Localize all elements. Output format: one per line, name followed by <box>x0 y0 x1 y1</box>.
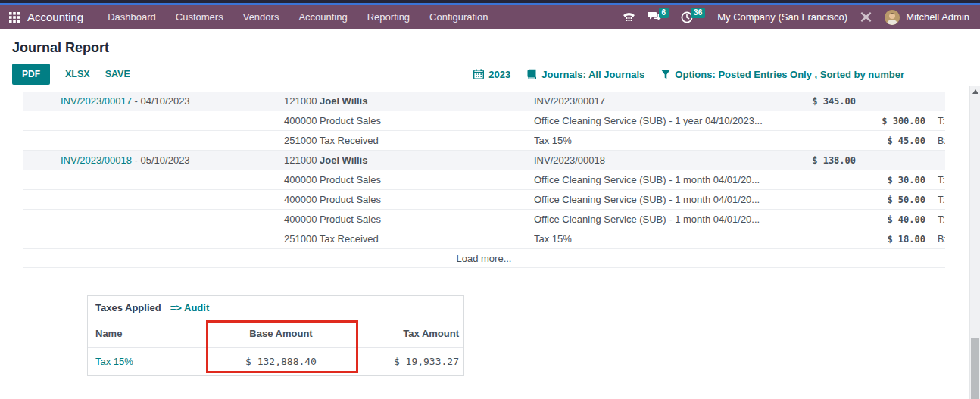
account-code: 400000 <box>284 115 320 126</box>
journal-line-row[interactable]: 400000 Product Sales Office Cleaning Ser… <box>23 210 945 229</box>
entry-ref-cell: INV/2023/00017 - 04/10/2023 <box>23 95 284 107</box>
taxes-applied-title: Taxes Applied <box>95 302 161 313</box>
line-label: Office Cleaning Service (SUB) - 1 month … <box>534 214 765 225</box>
account-code: 251000 <box>284 233 320 245</box>
audit-link[interactable]: => Audit <box>170 302 210 313</box>
tax-name-link[interactable]: Tax 15% <box>88 356 217 367</box>
tax-grid-cell: B: <box>928 234 945 245</box>
journal-entry-row[interactable]: INV/2023/00018 - 05/10/2023 121000 Joel … <box>23 151 945 170</box>
journal-line-row[interactable]: 251000 Tax Received Tax 15% $ 45.00 B: <box>23 131 945 151</box>
user-menu[interactable]: Mitchell Admin <box>885 10 969 25</box>
account-cell: 121000 Joel Willis <box>284 95 534 107</box>
tax-table-row: Tax 15% $ 132,888.40 $ 19,933.27 <box>88 348 463 375</box>
period-filter-label: 2023 <box>488 69 510 80</box>
journal-line-row[interactable]: 400000 Product Sales Office Cleaning Ser… <box>23 190 945 210</box>
line-label: Office Cleaning Service (SUB) - 1 month … <box>534 194 765 205</box>
load-more-button[interactable]: Load more... <box>23 249 945 268</box>
account-name: Tax Received <box>320 135 379 146</box>
tax-base-amount: $ 132,888.40 <box>217 356 345 367</box>
account-name: Joel Willis <box>320 95 367 107</box>
account-cell: 400000 Product Sales <box>284 115 534 126</box>
menu-reporting[interactable]: Reporting <box>367 11 410 23</box>
period-filter[interactable]: 2023 <box>473 69 510 80</box>
journal-line-row[interactable]: 400000 Product Sales Office Cleaning Ser… <box>23 170 945 190</box>
account-name: Joel Willis <box>320 154 367 166</box>
account-cell: 400000 Product Sales <box>284 214 534 225</box>
menu-vendors[interactable]: Vendors <box>243 11 279 23</box>
scrollbar-up-arrow[interactable] <box>972 89 978 94</box>
tax-grid-cell: T: <box>928 195 945 205</box>
pdf-button[interactable]: PDF <box>12 64 50 85</box>
credit-amount: $ 40.00 <box>856 214 928 225</box>
messages-count-badge: 6 <box>659 8 669 18</box>
account-code: 121000 <box>284 95 320 107</box>
apps-grid-icon[interactable] <box>9 12 20 23</box>
tax-grid-cell: T: <box>928 175 945 185</box>
journal-line-row[interactable]: 251000 Tax Received Tax 15% $ 18.00 B: <box>23 229 945 249</box>
xlsx-button[interactable]: XLSX <box>65 69 90 79</box>
account-name: Product Sales <box>320 214 381 225</box>
journal-report-table: INV/2023/00017 - 04/10/2023 121000 Joel … <box>23 92 945 268</box>
entry-date: - 05/10/2023 <box>132 154 190 166</box>
save-button[interactable]: SAVE <box>105 69 130 79</box>
report-toolbar: PDF XLSX SAVE 2023 Journals: All Journal… <box>12 64 980 85</box>
credit-amount: $ 18.00 <box>856 234 928 245</box>
account-code: 400000 <box>284 214 320 225</box>
line-label: Tax 15% <box>534 233 765 245</box>
scrollbar-thumb[interactable] <box>971 338 979 399</box>
activities-count-badge: 36 <box>691 8 705 18</box>
account-name: Product Sales <box>320 115 381 126</box>
account-cell: 251000 Tax Received <box>284 135 534 146</box>
account-code: 400000 <box>284 194 320 205</box>
journals-filter[interactable]: Journals: All Journals <box>527 69 644 80</box>
account-name: Product Sales <box>320 194 381 205</box>
tax-grid-cell: T: <box>928 116 945 126</box>
line-label: Office Cleaning Service (SUB) - 1 month … <box>534 174 765 185</box>
activities-clock-icon[interactable]: 36 <box>681 11 705 23</box>
entry-ref-link[interactable]: INV/2023/00017 <box>61 95 132 107</box>
tax-table-header: Name Base Amount Tax Amount <box>88 320 463 348</box>
journal-line-row[interactable]: 400000 Product Sales Office Cleaning Ser… <box>23 111 945 131</box>
tax-header-tax-amount: Tax Amount <box>345 328 463 339</box>
messages-icon[interactable]: 6 <box>648 11 669 23</box>
tax-grid-cell: B: <box>928 136 945 146</box>
account-name: Tax Received <box>320 233 379 245</box>
credit-amount: $ 30.00 <box>856 175 928 185</box>
menu-customers[interactable]: Customers <box>176 11 223 23</box>
line-label: Office Cleaning Service (SUB) - 1 year 0… <box>534 115 765 126</box>
entry-ref-cell: INV/2023/00018 - 05/10/2023 <box>23 154 284 166</box>
entry-date: - 04/10/2023 <box>132 95 190 107</box>
user-avatar <box>885 10 900 25</box>
filter-funnel-icon <box>661 70 670 79</box>
account-name: Product Sales <box>320 174 381 185</box>
options-filter[interactable]: Options: Posted Entries Only , Sorted by… <box>661 69 904 80</box>
menu-accounting[interactable]: Accounting <box>298 11 347 23</box>
account-code: 400000 <box>284 174 320 185</box>
account-cell: 400000 Product Sales <box>284 194 534 205</box>
app-brand[interactable]: Accounting <box>27 11 83 23</box>
options-filter-label: Options: Posted Entries Only , Sorted by… <box>675 69 904 80</box>
account-cell: 251000 Tax Received <box>284 233 534 245</box>
credit-amount: $ 45.00 <box>856 136 928 146</box>
debug-tools-icon[interactable] <box>860 11 872 23</box>
account-code: 251000 <box>284 135 320 146</box>
entry-ref-link[interactable]: INV/2023/00018 <box>61 154 132 166</box>
credit-amount: $ 50.00 <box>856 195 928 205</box>
debit-amount: $ 345.00 <box>765 96 856 107</box>
debit-amount: $ 138.00 <box>765 155 856 166</box>
journals-filter-label: Journals: All Journals <box>541 69 644 80</box>
account-cell: 400000 Product Sales <box>284 174 534 185</box>
account-code: 121000 <box>284 154 320 166</box>
line-label: INV/2023/00017 <box>534 95 765 107</box>
menu-dashboard[interactable]: Dashboard <box>108 11 156 23</box>
journal-entry-row[interactable]: INV/2023/00017 - 04/10/2023 121000 Joel … <box>23 92 945 111</box>
account-cell: 121000 Joel Willis <box>284 154 534 166</box>
vertical-scrollbar[interactable] <box>969 86 980 399</box>
calendar-icon <box>473 69 484 79</box>
credit-amount: $ 300.00 <box>856 116 928 126</box>
company-switcher[interactable]: My Company (San Francisco) <box>717 11 847 23</box>
menu-configuration[interactable]: Configuration <box>429 11 488 23</box>
user-name: Mitchell Admin <box>906 11 969 23</box>
tax-header-base-amount: Base Amount <box>217 328 345 339</box>
voip-phone-icon[interactable] <box>623 11 635 23</box>
